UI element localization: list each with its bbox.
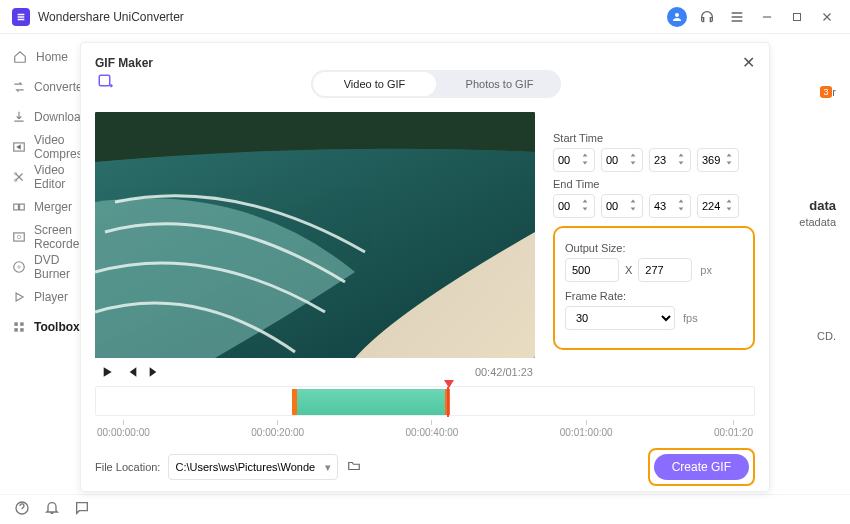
tab-label: Video to GIF: [344, 78, 406, 90]
playhead[interactable]: [444, 379, 454, 389]
add-file-icon[interactable]: [95, 72, 117, 92]
svg-rect-4: [14, 204, 19, 210]
playback-controls: 00:42/01:23: [95, 358, 537, 382]
bell-icon[interactable]: [44, 500, 60, 519]
svg-rect-5: [20, 204, 25, 210]
tab-photos-to-gif[interactable]: Photos to GIF: [438, 70, 561, 98]
timeline-clip[interactable]: [292, 389, 450, 415]
end-ss[interactable]: [649, 194, 691, 218]
sidebar-item-editor[interactable]: Video Editor: [0, 162, 80, 192]
svg-rect-6: [14, 233, 25, 241]
sidebar-item-downloader[interactable]: Downloader: [0, 102, 80, 132]
svg-rect-13: [20, 328, 24, 332]
svg-rect-10: [14, 322, 18, 326]
create-gif-highlight: Create GIF: [648, 448, 755, 486]
sidebar-item-label: Toolbox: [34, 320, 80, 334]
timeline-track[interactable]: [95, 386, 755, 416]
x-label: X: [625, 264, 632, 276]
sidebar-item-home[interactable]: Home: [0, 42, 80, 72]
ruler-tick: 00:00:00:00: [97, 420, 150, 438]
sidebar-item-label: Screen Recorder: [34, 223, 83, 251]
chevron-down-icon[interactable]: ▾: [325, 461, 331, 474]
prev-frame-button[interactable]: [123, 364, 139, 380]
modal-close-button[interactable]: ✕: [742, 53, 755, 72]
mode-tabs: Video to GIF Photos to GIF: [311, 70, 561, 98]
end-time-label: End Time: [553, 178, 755, 190]
headset-icon[interactable]: [696, 6, 718, 28]
sidebar-item-merger[interactable]: Merger: [0, 192, 80, 222]
tab-video-to-gif[interactable]: Video to GIF: [313, 72, 436, 96]
sidebar-item-toolbox[interactable]: Toolbox: [0, 312, 80, 342]
properties-panel: Start Time End Time: [553, 112, 755, 382]
file-location-label: File Location:: [95, 461, 160, 473]
feedback-icon[interactable]: [74, 500, 90, 519]
modal-title: GIF Maker: [95, 56, 153, 70]
close-button[interactable]: [816, 6, 838, 28]
output-settings-highlight: Output Size: X px Frame Rate: 30 fps: [553, 226, 755, 350]
gif-maker-modal: GIF Maker ✕ Video to GIF Photos to GIF: [80, 42, 770, 492]
open-folder-button[interactable]: [346, 459, 362, 476]
sidebar-item-label: Video Editor: [34, 163, 68, 191]
app-logo: [12, 8, 30, 26]
ruler-tick: 00:01:00:00: [560, 420, 613, 438]
notification-badge: 3: [820, 86, 832, 98]
home-icon: [12, 49, 28, 65]
button-label: Create GIF: [672, 460, 731, 474]
output-width-input[interactable]: [565, 258, 619, 282]
start-time-label: Start Time: [553, 132, 755, 144]
play-icon: [12, 289, 26, 305]
minimize-button[interactable]: [756, 6, 778, 28]
sidebar-item-label: Player: [34, 290, 68, 304]
bg-metadata: etadata: [799, 216, 836, 228]
svg-point-7: [17, 235, 21, 239]
help-icon[interactable]: [14, 500, 30, 519]
tab-label: Photos to GIF: [466, 78, 534, 90]
start-ms[interactable]: [697, 148, 739, 172]
start-hh[interactable]: [553, 148, 595, 172]
frame-rate-label: Frame Rate:: [565, 290, 743, 302]
ruler-tick: 00:00:20:00: [251, 420, 304, 438]
output-height-input[interactable]: [638, 258, 692, 282]
svg-point-8: [14, 262, 25, 273]
svg-rect-0: [794, 13, 801, 20]
start-mm[interactable]: [601, 148, 643, 172]
fps-label: fps: [683, 312, 698, 324]
svg-point-9: [18, 266, 20, 268]
sidebar-item-compressor[interactable]: Video Compressor: [0, 132, 80, 162]
record-icon: [12, 229, 26, 245]
download-icon: [12, 109, 26, 125]
svg-rect-11: [20, 322, 24, 326]
svg-rect-14: [99, 75, 110, 86]
file-location-input[interactable]: ▾: [168, 454, 338, 480]
account-avatar[interactable]: [666, 6, 688, 28]
grid-icon: [12, 319, 26, 335]
statusbar: [0, 494, 850, 524]
svg-rect-12: [14, 328, 18, 332]
menu-icon[interactable]: [726, 6, 748, 28]
play-button[interactable]: [99, 364, 115, 380]
convert-icon: [12, 79, 26, 95]
video-preview[interactable]: [95, 112, 535, 358]
px-label: px: [700, 264, 712, 276]
sidebar-item-recorder[interactable]: Screen Recorder: [0, 222, 80, 252]
end-ms[interactable]: [697, 194, 739, 218]
frame-rate-select[interactable]: 30: [565, 306, 675, 330]
timeline-ruler: 00:00:00:00 00:00:20:00 00:00:40:00 00:0…: [95, 420, 755, 438]
sidebar-item-player[interactable]: Player: [0, 282, 80, 312]
end-mm[interactable]: [601, 194, 643, 218]
maximize-button[interactable]: [786, 6, 808, 28]
titlebar: Wondershare UniConverter: [0, 0, 850, 34]
start-ss[interactable]: [649, 148, 691, 172]
sidebar-item-converter[interactable]: Converter: [0, 72, 80, 102]
sidebar-item-label: Merger: [34, 200, 72, 214]
create-gif-button[interactable]: Create GIF: [654, 454, 749, 480]
next-frame-button[interactable]: [147, 364, 163, 380]
end-hh[interactable]: [553, 194, 595, 218]
sidebar-item-dvd[interactable]: DVD Burner: [0, 252, 80, 282]
sidebar-item-label: Converter: [34, 80, 87, 94]
ruler-tick: 00:01:20: [714, 420, 753, 438]
bg-data-title: data: [809, 198, 836, 213]
merge-icon: [12, 199, 26, 215]
sidebar: Home Converter Downloader Video Compress…: [0, 34, 80, 494]
sidebar-item-label: DVD Burner: [34, 253, 70, 281]
